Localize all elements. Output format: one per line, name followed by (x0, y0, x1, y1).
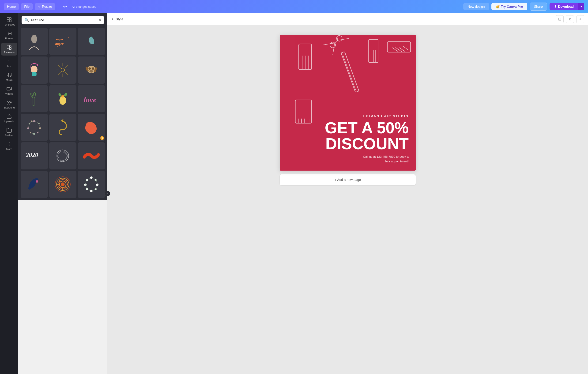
undo-button[interactable]: ↩ (61, 3, 69, 10)
list-item[interactable] (21, 85, 48, 112)
home-button[interactable]: Home (4, 3, 19, 10)
list-item[interactable] (49, 56, 76, 84)
sidebar-item-music[interactable]: Music (1, 70, 17, 83)
sidebar-item-photos[interactable]: Photos (1, 29, 17, 42)
sidebar-item-videos[interactable]: Videos (1, 84, 17, 97)
woman-illustration (25, 32, 44, 51)
background-icon (6, 100, 12, 105)
list-item[interactable] (49, 85, 76, 112)
svg-line-97 (403, 46, 408, 50)
svg-line-28 (58, 65, 61, 68)
search-icon: 🔍 (24, 18, 29, 22)
svg-point-15 (9, 145, 10, 146)
svg-point-13 (9, 142, 10, 143)
canvas-scroll[interactable]: HEIMAN HAIR STUDIO GET A 50%DISCOUNT Cal… (107, 25, 588, 374)
svg-rect-93 (387, 42, 410, 52)
svg-point-77 (86, 179, 88, 181)
style-label: ✦ Style (111, 17, 123, 21)
orange-blob (82, 118, 101, 137)
list-item[interactable]: super duper ✦ ✦ (49, 28, 76, 55)
elements-grid: super duper ✦ ✦ (18, 26, 107, 200)
list-item[interactable] (78, 142, 105, 169)
search-box: 🔍 ✕ (21, 16, 104, 24)
download-caret-button[interactable]: ▾ (578, 3, 584, 10)
canvas-toolbar: ✦ Style ⊡ ⧉ + (107, 13, 588, 25)
svg-text:✦: ✦ (57, 46, 58, 48)
resize-button[interactable]: ⤡ Resize (35, 3, 55, 10)
svg-line-30 (58, 73, 61, 75)
text-icon (6, 58, 12, 64)
sidebar-item-background[interactable]: Bkground (1, 98, 17, 111)
design-text-area: HEIMAN HAIR STUDIO GET A 50%DISCOUNT Cal… (280, 110, 416, 171)
svg-point-10 (10, 75, 11, 77)
add-page-button[interactable]: + Add a new page (280, 174, 416, 185)
svg-point-66 (62, 188, 63, 190)
svg-line-95 (396, 48, 402, 52)
add-button[interactable]: + (576, 15, 584, 23)
list-item[interactable] (21, 114, 48, 141)
design-card[interactable]: HEIMAN HAIR STUDIO GET A 50%DISCOUNT Cal… (280, 35, 416, 171)
sidebar-item-text[interactable]: Text (1, 56, 17, 69)
file-button[interactable]: File (21, 3, 33, 10)
download-button-group: ⬇ Download ▾ (550, 3, 584, 10)
search-clear-button[interactable]: ✕ (98, 18, 101, 22)
list-item[interactable] (49, 142, 76, 169)
uploads-icon (6, 114, 12, 119)
canvas-area: ✦ Style ⊡ ⧉ + (107, 13, 588, 374)
svg-text:love: love (84, 95, 97, 104)
folders-icon (6, 127, 12, 133)
share-button[interactable]: Share (530, 3, 547, 10)
svg-point-64 (67, 184, 68, 185)
canvas-inner: HEIMAN HAIR STUDIO GET A 50%DISCOUNT Cal… (280, 35, 416, 185)
resize-icon: ⤡ (38, 5, 41, 9)
list-item[interactable] (78, 114, 105, 141)
svg-rect-2 (7, 20, 9, 22)
svg-point-16 (32, 35, 37, 44)
svg-point-40 (58, 93, 62, 97)
list-item[interactable] (49, 114, 76, 141)
snake (53, 118, 72, 137)
call-text: Call us at 123 456 7890 to book ahair ap… (287, 155, 409, 164)
list-item[interactable] (21, 171, 48, 198)
sidebar-item-templates[interactable]: Templates (1, 15, 17, 28)
list-item[interactable] (78, 56, 105, 84)
duplicate-button[interactable]: ⧉ (566, 15, 574, 23)
list-item[interactable]: love (78, 85, 105, 112)
sidebar-item-uploads[interactable]: Uploads (1, 112, 17, 125)
svg-point-68 (57, 184, 59, 185)
list-item[interactable] (21, 56, 48, 84)
sidebar-item-elements[interactable]: Elements (1, 43, 17, 55)
hand-plant (25, 89, 44, 108)
download-button[interactable]: ⬇ Download (550, 3, 578, 10)
2020-text: 2020 (25, 146, 44, 165)
flower-wreath (82, 175, 101, 194)
svg-point-65 (66, 187, 67, 188)
list-item[interactable] (78, 28, 105, 55)
svg-line-94 (392, 48, 398, 52)
list-item[interactable]: 2020 (21, 142, 48, 169)
svg-rect-3 (9, 20, 11, 22)
sidebar-item-more[interactable]: More (1, 139, 17, 152)
scribble-circle (53, 146, 72, 165)
panel-wrapper: 🔍 ✕ super duper ✦ (18, 13, 107, 374)
svg-line-29 (65, 65, 68, 68)
svg-point-62 (62, 179, 63, 180)
list-item[interactable] (78, 171, 105, 198)
svg-rect-6 (7, 45, 9, 47)
search-input[interactable] (31, 18, 96, 22)
hide-panel-button[interactable]: ‹ (105, 191, 110, 196)
elements-icon (6, 44, 12, 50)
svg-point-33 (89, 67, 91, 70)
svg-line-87 (323, 38, 335, 50)
new-design-button[interactable]: New design (463, 3, 489, 10)
svg-point-7 (9, 45, 11, 47)
svg-point-14 (9, 144, 10, 145)
list-item[interactable] (21, 28, 48, 55)
list-item[interactable] (49, 171, 76, 198)
svg-point-51 (31, 121, 32, 122)
sidebar: Templates Photos Elements Text (0, 13, 18, 374)
sidebar-item-folders[interactable]: Folders (1, 126, 17, 138)
frame-button[interactable]: ⊡ (556, 15, 564, 23)
svg-point-52 (62, 120, 64, 122)
try-pro-button[interactable]: 👑 Try Canva Pro (491, 3, 527, 10)
